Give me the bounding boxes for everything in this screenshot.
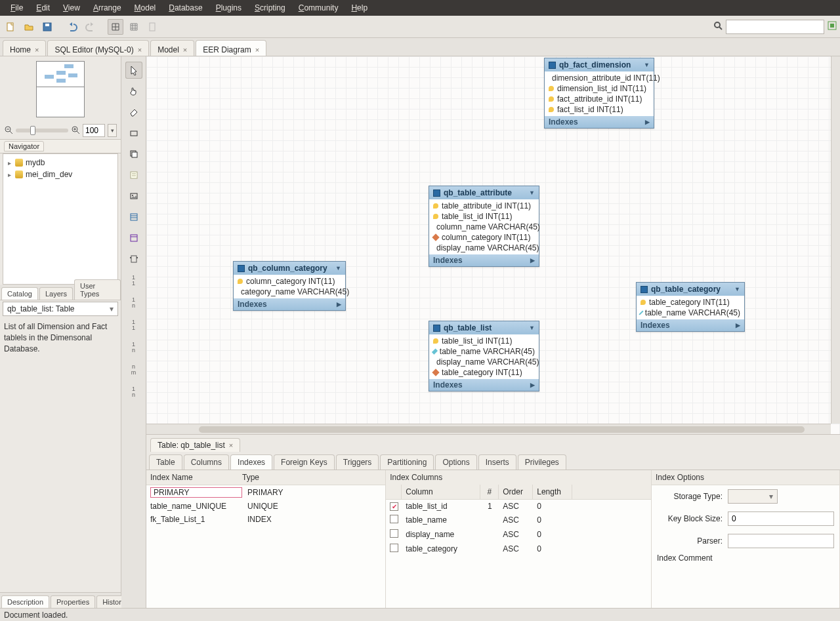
open-icon[interactable] bbox=[21, 19, 37, 35]
tool-layer[interactable] bbox=[125, 146, 142, 163]
column[interactable]: table_list_id INT(11) bbox=[429, 211, 539, 222]
diagram-canvas[interactable]: qb_fact_dimension▼ dimension_attribute_i… bbox=[146, 56, 840, 434]
editor-tab-options[interactable]: Options bbox=[435, 454, 476, 470]
tool-rect[interactable] bbox=[125, 125, 142, 142]
menu-model[interactable]: Model bbox=[128, 2, 163, 14]
menu-edit[interactable]: Edit bbox=[30, 2, 56, 14]
index-row[interactable]: PRIMARYPRIMARY bbox=[146, 485, 385, 500]
column[interactable]: dimension_attribute_id INT(11) bbox=[545, 73, 654, 83]
tool-view[interactable] bbox=[125, 230, 142, 247]
column[interactable]: display_name VARCHAR(45) bbox=[429, 243, 539, 253]
zoom-dropdown[interactable]: ▾ bbox=[108, 124, 117, 137]
search-input[interactable] bbox=[726, 20, 824, 34]
tool-hand[interactable] bbox=[125, 83, 142, 100]
undo-icon[interactable] bbox=[64, 19, 80, 35]
close-icon[interactable]: × bbox=[183, 46, 187, 54]
redo-icon[interactable] bbox=[83, 19, 98, 35]
subtab-catalog[interactable]: Catalog bbox=[1, 287, 38, 300]
column[interactable]: fact_list_id INT(11) bbox=[545, 104, 654, 115]
column[interactable]: table_category INT(11) bbox=[637, 297, 744, 308]
column[interactable]: column_name VARCHAR(45) bbox=[429, 222, 539, 232]
entity-qb-table-attribute[interactable]: qb_table_attribute▼ table_attribute_id I… bbox=[429, 186, 539, 267]
db-node-mei_dim_dev[interactable]: ▸mei_dim_dev bbox=[5, 169, 116, 180]
canvas-vscroll[interactable] bbox=[831, 56, 840, 424]
zoom-in-icon[interactable] bbox=[71, 125, 80, 136]
tool-1:nt[interactable]: 1n bbox=[125, 383, 142, 401]
foottab-properties[interactable]: Properties bbox=[51, 595, 95, 608]
menu-view[interactable]: View bbox=[56, 2, 87, 14]
object-selector[interactable]: qb_table_list: Table▾ bbox=[3, 302, 118, 316]
doctab-sql-editor-mysql-0-[interactable]: SQL Editor (MySQL-0)× bbox=[47, 40, 149, 56]
entity-qb-column-category[interactable]: qb_column_category▼ column_category INT(… bbox=[233, 261, 346, 311]
editor-tab[interactable]: Table: qb_table_list× bbox=[150, 438, 240, 452]
menu-scripting[interactable]: Scripting bbox=[248, 2, 292, 14]
grid-align-icon[interactable] bbox=[108, 19, 123, 35]
column[interactable]: table_list_id INT(11) bbox=[429, 336, 539, 346]
close-icon[interactable]: × bbox=[35, 46, 39, 54]
close-icon[interactable]: × bbox=[138, 46, 142, 54]
tool-table[interactable] bbox=[125, 209, 142, 226]
editor-tab-foreign-keys[interactable]: Foreign Keys bbox=[274, 454, 335, 470]
close-icon[interactable]: × bbox=[255, 46, 259, 54]
tool-routine[interactable] bbox=[125, 250, 142, 268]
canvas-hscroll[interactable] bbox=[146, 424, 831, 434]
search-options-icon[interactable] bbox=[827, 20, 837, 33]
index-column-row[interactable]: display_nameASC0 bbox=[386, 527, 651, 542]
column[interactable]: table_name VARCHAR(45) bbox=[429, 346, 539, 357]
column[interactable]: display_name VARCHAR(45) bbox=[429, 357, 539, 367]
doctab-eer-diagram[interactable]: EER Diagram× bbox=[196, 40, 266, 56]
checkbox[interactable] bbox=[390, 544, 398, 552]
entity-qb-fact-dimension[interactable]: qb_fact_dimension▼ dimension_attribute_i… bbox=[544, 58, 654, 129]
column[interactable]: dimension_list_id INT(11) bbox=[545, 83, 654, 94]
tool-1:1d[interactable]: 11 bbox=[125, 316, 142, 334]
editor-tab-partitioning[interactable]: Partitioning bbox=[380, 454, 434, 470]
column[interactable]: fact_attribute_id INT(11) bbox=[545, 94, 654, 104]
column[interactable]: table_name VARCHAR(45) bbox=[637, 308, 744, 318]
catalog-tree[interactable]: ▸mydb▸mei_dim_dev bbox=[3, 153, 118, 285]
column[interactable]: column_category INT(11) bbox=[429, 232, 539, 243]
menu-plugins[interactable]: Plugins bbox=[209, 2, 248, 14]
menu-database[interactable]: Database bbox=[162, 2, 209, 14]
doctab-home[interactable]: Home× bbox=[3, 40, 46, 56]
parser-input[interactable] bbox=[728, 534, 834, 548]
zoom-input[interactable] bbox=[83, 124, 105, 137]
column[interactable]: column_category INT(11) bbox=[234, 276, 345, 287]
checkbox[interactable] bbox=[390, 515, 398, 523]
tool-image[interactable] bbox=[125, 188, 142, 205]
entity-qb-table-category[interactable]: qb_table_category▼ table_category INT(11… bbox=[636, 282, 745, 332]
tool-1:nd[interactable]: 1n bbox=[125, 338, 142, 357]
menu-file[interactable]: File bbox=[4, 2, 30, 14]
index-columns[interactable]: Index Columns Column # Order Length tabl… bbox=[386, 470, 652, 608]
index-column-row[interactable]: table_categoryASC0 bbox=[386, 542, 651, 556]
column[interactable]: table_attribute_id INT(11) bbox=[429, 201, 539, 211]
foottab-description[interactable]: Description bbox=[1, 595, 49, 608]
editor-tab-privileges[interactable]: Privileges bbox=[518, 454, 566, 470]
zoom-out-icon[interactable] bbox=[4, 125, 13, 136]
menu-arrange[interactable]: Arrange bbox=[87, 2, 128, 14]
subtab-user-types[interactable]: User Types bbox=[74, 279, 121, 300]
editor-tab-table[interactable]: Table bbox=[149, 454, 182, 470]
index-column-row[interactable]: table_nameASC0 bbox=[386, 513, 651, 527]
tool-1:n[interactable]: 1n bbox=[125, 294, 142, 312]
editor-tab-inserts[interactable]: Inserts bbox=[478, 454, 516, 470]
checkbox[interactable] bbox=[390, 502, 398, 511]
tool-pointer[interactable] bbox=[125, 62, 142, 79]
column[interactable]: category_name VARCHAR(45) bbox=[234, 287, 345, 297]
save-icon[interactable] bbox=[39, 19, 55, 35]
entity-qb-table-list[interactable]: qb_table_list▼ table_list_id INT(11)tabl… bbox=[429, 321, 539, 391]
subtab-layers[interactable]: Layers bbox=[39, 287, 73, 300]
doctab-model[interactable]: Model× bbox=[150, 40, 194, 56]
index-row[interactable]: table_name_UNIQUEUNIQUE bbox=[146, 500, 385, 513]
editor-tab-triggers[interactable]: Triggers bbox=[336, 454, 379, 470]
column[interactable]: table_category INT(11) bbox=[429, 367, 539, 378]
menu-help[interactable]: Help bbox=[345, 2, 374, 14]
tool-note[interactable] bbox=[125, 167, 142, 184]
page-icon[interactable] bbox=[144, 19, 160, 35]
menu-community[interactable]: Community bbox=[292, 2, 345, 14]
db-node-mydb[interactable]: ▸mydb bbox=[5, 157, 116, 169]
new-document-icon[interactable] bbox=[3, 19, 18, 35]
index-column-row[interactable]: table_list_id1ASC0 bbox=[386, 500, 651, 513]
tool-1:1[interactable]: 11 bbox=[125, 271, 142, 290]
storage-type-combo[interactable]: ▾ bbox=[728, 489, 778, 504]
checkbox[interactable] bbox=[390, 529, 398, 538]
